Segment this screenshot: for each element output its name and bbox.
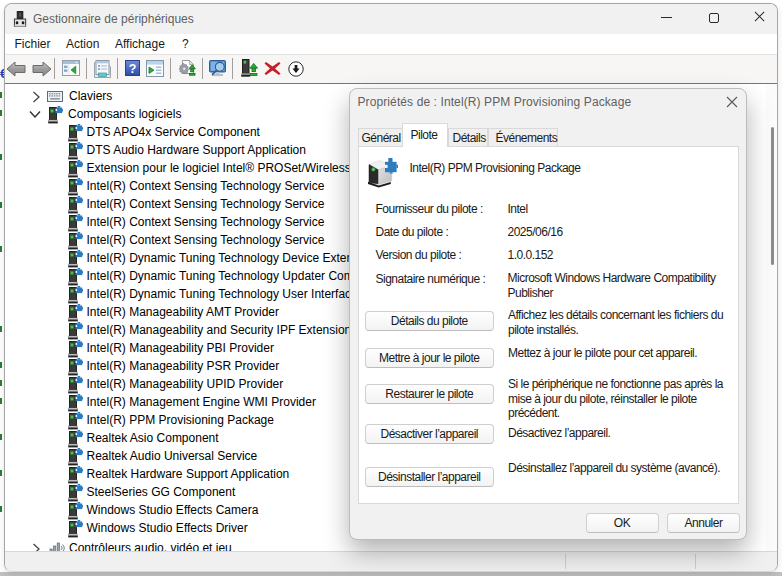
svg-text:?: ? (128, 62, 136, 76)
